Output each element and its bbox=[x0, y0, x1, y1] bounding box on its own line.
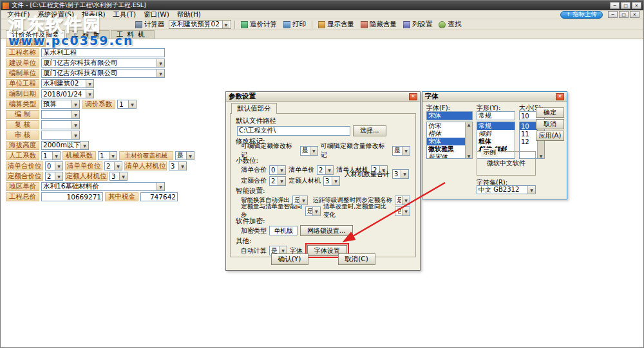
project-total-input[interactable] bbox=[41, 192, 103, 201]
scroll-down-icon[interactable]: ▼ bbox=[468, 154, 471, 158]
close-button[interactable]: ✕ bbox=[632, 2, 641, 9]
cost-calc-button[interactable]: 造价计算 bbox=[238, 19, 279, 30]
font-family-list[interactable]: 仿宋 楷体 宋体 微软雅黑 新宋体 ▲▼ bbox=[426, 122, 473, 159]
auditor-select[interactable] bbox=[41, 131, 80, 140]
machine-factor-select[interactable]: 1 bbox=[98, 151, 117, 160]
hide-content-button[interactable]: 隐藏含量 bbox=[358, 19, 399, 30]
quota-resource-places-select[interactable]: 3 bbox=[109, 172, 128, 181]
material-cover-select[interactable]: 是 bbox=[175, 151, 194, 160]
list-resource-places-select[interactable]: 3 bbox=[169, 161, 187, 170]
menu-system[interactable]: 系统设置(S) bbox=[33, 10, 78, 19]
charset-select[interactable]: 中文 GB2312 bbox=[477, 185, 536, 194]
build-unit-label: 建设单位 bbox=[6, 59, 39, 68]
adjust-factor-select[interactable]: 1 bbox=[117, 100, 137, 109]
quota-total-select[interactable]: 2 bbox=[269, 176, 286, 186]
cancel-button[interactable]: 取消(C) bbox=[338, 253, 375, 265]
chevron-down-icon bbox=[310, 147, 317, 155]
tax-input[interactable] bbox=[140, 192, 178, 201]
list-item-selected[interactable]: 10 bbox=[520, 122, 537, 130]
list-unit-select[interactable]: 2 bbox=[317, 165, 334, 175]
compiler-select[interactable] bbox=[41, 110, 80, 119]
mdi-minimize-button[interactable]: ─ bbox=[608, 11, 618, 18]
smart-calc-select[interactable]: 是 bbox=[292, 196, 308, 205]
compile-date-select[interactable]: 2018/01/24 bbox=[41, 89, 94, 98]
toolbar: 计算器 水利建筑预算02 造价计算 打印 显示含量 隐藏含量 列设置 bbox=[1, 19, 643, 30]
project-name-input[interactable] bbox=[41, 48, 165, 57]
font-style-input[interactable]: 常规 bbox=[477, 111, 515, 120]
close-icon[interactable]: ✕ bbox=[556, 93, 564, 100]
quota-resource-select[interactable]: 3 bbox=[323, 176, 340, 186]
browse-button[interactable]: 选择... bbox=[353, 125, 386, 136]
default-path-input[interactable] bbox=[237, 126, 350, 136]
calc-type-select[interactable]: 预算 bbox=[41, 100, 80, 109]
labor-factor-select[interactable]: 1 bbox=[41, 151, 61, 160]
show-content-icon bbox=[318, 21, 325, 28]
smart-calc-value: 是 bbox=[294, 196, 299, 205]
build-unit-select[interactable]: 厦门亿吉尔科技有限公司 bbox=[41, 59, 165, 68]
quota-total-places-select[interactable]: 2 bbox=[45, 172, 63, 181]
font-dialog-title-bar: 字体 ✕ bbox=[422, 92, 567, 102]
close-icon[interactable]: ✕ bbox=[409, 93, 417, 100]
mdi-restore-button[interactable]: □ bbox=[619, 11, 629, 18]
scroll-up-icon[interactable]: ▲ bbox=[468, 122, 471, 127]
chevron-down-icon bbox=[71, 100, 79, 108]
hide-content-label: 隐藏含量 bbox=[370, 20, 397, 29]
chevron-down-icon bbox=[71, 131, 79, 139]
list-total-places-select[interactable]: 0 bbox=[45, 161, 63, 170]
tab-default-values[interactable]: 默认值部分 bbox=[231, 103, 277, 114]
print-button[interactable]: 打印 bbox=[281, 19, 308, 30]
list-item[interactable]: 12 bbox=[520, 138, 537, 145]
reviewer-select[interactable] bbox=[41, 120, 80, 129]
list-item[interactable]: 新宋体 bbox=[427, 153, 465, 159]
list-unit-places-select[interactable]: 2 bbox=[104, 161, 122, 170]
template-combo[interactable]: 水利建筑预算02 bbox=[169, 20, 231, 29]
font-apply-button[interactable]: 应用(A) bbox=[536, 131, 564, 141]
font-ok-button[interactable]: 确定 bbox=[536, 107, 564, 118]
form-section-header: 工程信息 bbox=[6, 38, 46, 47]
menu-help[interactable]: 帮助(H) bbox=[173, 10, 205, 19]
chevron-down-icon bbox=[55, 172, 62, 180]
resource-qty-total-label: 人材机数量合计 bbox=[345, 170, 390, 179]
calculator-button[interactable]: 计算器 bbox=[133, 19, 167, 30]
list-item[interactable]: 11 bbox=[520, 130, 537, 138]
network-lock-button[interactable]: 网络锁设置... bbox=[300, 225, 353, 236]
compile-unit-value: 厦门亿吉尔科技有限公司 bbox=[43, 69, 118, 78]
modify-content-select[interactable]: 是 bbox=[392, 146, 410, 156]
altitude-select[interactable]: 2000m以下 bbox=[41, 141, 89, 150]
compile-unit-select[interactable]: 厦门亿吉尔科技有限公司 bbox=[41, 69, 165, 78]
resource-qty-total-select[interactable]: 3 bbox=[392, 169, 409, 179]
smart-section-label: 智能设置: bbox=[236, 187, 410, 194]
compile-date-value: 2018/01/24 bbox=[43, 90, 82, 98]
find-button[interactable]: 查找 bbox=[436, 19, 464, 30]
mdi-close-button[interactable]: ✕ bbox=[630, 11, 639, 18]
modify-quota-select[interactable]: 是 bbox=[300, 146, 318, 156]
indicator-upload-button[interactable]: ↑ 指标上传 bbox=[560, 11, 603, 19]
column-settings-button[interactable]: 列设置 bbox=[401, 19, 435, 30]
chevron-down-icon bbox=[109, 152, 117, 160]
chevron-down-icon bbox=[86, 90, 93, 98]
menu-report[interactable]: 报表(R) bbox=[78, 10, 109, 19]
distance-sync-select[interactable]: 是 bbox=[395, 196, 410, 205]
minimize-button[interactable]: ─ bbox=[610, 2, 620, 9]
unit-project-select[interactable]: 水利建筑02 bbox=[41, 79, 94, 88]
qty-sync-select[interactable]: 是 bbox=[305, 206, 321, 216]
cost-calc-icon bbox=[241, 21, 248, 28]
region-price-select[interactable]: 水利16基础材料价 bbox=[41, 182, 165, 191]
confirm-button[interactable]: 确认(Y) bbox=[271, 253, 308, 265]
scrollbar[interactable]: ▲▼ bbox=[465, 122, 472, 158]
chevron-down-icon bbox=[156, 69, 164, 77]
show-content-button[interactable]: 显示含量 bbox=[316, 19, 357, 30]
font-family-input[interactable]: 宋体 bbox=[426, 111, 473, 120]
menu-window[interactable]: 窗口(W) bbox=[140, 10, 173, 19]
quota-resource-value: 3 bbox=[325, 178, 329, 185]
scroll-down-icon[interactable]: ▼ bbox=[540, 154, 543, 158]
restore-button[interactable]: □ bbox=[621, 2, 630, 9]
list-total-select[interactable]: 0 bbox=[269, 165, 286, 175]
menu-file[interactable]: 文件(F) bbox=[3, 10, 33, 19]
auditor-label: 审 核 bbox=[6, 131, 39, 140]
menu-tools[interactable]: 工具(T) bbox=[109, 10, 140, 19]
qty-change-select[interactable]: 否 bbox=[395, 206, 410, 216]
resource-qty-total-value: 3 bbox=[394, 170, 398, 178]
font-cancel-button[interactable]: 取消 bbox=[536, 119, 564, 129]
toolbar-separator bbox=[312, 21, 312, 29]
